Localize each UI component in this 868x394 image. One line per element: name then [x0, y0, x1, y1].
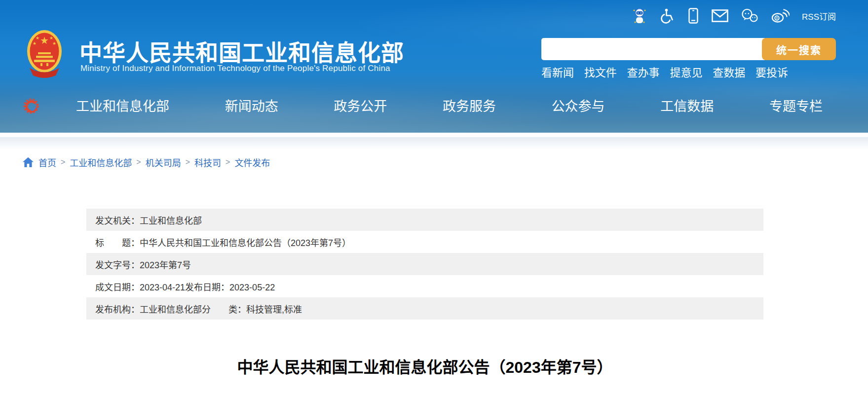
svg-text:★: ★ [52, 41, 56, 46]
breadcrumb-link[interactable]: 文件发布 [234, 156, 270, 169]
doc-meta-value: 工业和信息化部 [140, 302, 202, 315]
svg-text:★: ★ [33, 41, 37, 46]
accessibility-icon[interactable] [659, 8, 675, 24]
unified-search-button[interactable]: 统一搜索 [762, 38, 836, 60]
national-emblem-logo[interactable]: ★ ★ ★ ★ ★ [26, 29, 63, 79]
doc-meta-value: 科技管理,标准 [246, 302, 302, 315]
doc-meta-value: 2023-05-22 [229, 283, 275, 293]
doc-meta-value: 工业和信息化部 [140, 214, 202, 226]
doc-meta-cell: 发文字号： 2023年第7号 [95, 258, 191, 271]
svg-text:★: ★ [49, 36, 53, 40]
mascot-icon[interactable] [632, 7, 647, 24]
breadcrumb-link[interactable]: 工业和信息化部 [70, 156, 132, 169]
breadcrumb-item: 工业和信息化部 > [70, 156, 141, 169]
nav-item[interactable]: 工业和信息化部 [76, 99, 169, 114]
doc-meta-row: 发文机关： 工业和信息化部 [86, 209, 763, 231]
doc-meta-cell: 标 题： 中华人民共和国工业和信息化部公告（2023年第7号） [95, 236, 351, 249]
quick-links: 看新闻找文件查办事提意见查数据要投诉 [541, 64, 788, 79]
breadcrumb-link[interactable]: 首页 [38, 156, 56, 169]
nav-item[interactable]: 新闻动态 [225, 99, 278, 114]
breadcrumb-separator: > [226, 158, 230, 167]
quick-link[interactable]: 提意见 [670, 64, 702, 79]
doc-meta-value: 中华人民共和国工业和信息化部公告（2023年第7号） [140, 236, 351, 249]
search-input[interactable] [541, 38, 765, 60]
article-title: 中华人民共和国工业和信息化部公告（2023年第7号） [86, 357, 763, 378]
site-title-en: Ministry of Industry and Information Tec… [80, 64, 390, 73]
site-header: RSS订阅 ★ ★ ★ ★ ★ 中华人民共和国工业和信息化部 Ministry … [0, 0, 868, 133]
quick-link[interactable]: 查数据 [713, 64, 745, 79]
doc-meta-label: 发布日期： [185, 280, 229, 293]
doc-meta-cell: 发布机构： 工业和信息化部 [95, 302, 202, 315]
wechat-icon[interactable] [741, 8, 758, 23]
mobile-icon[interactable] [687, 8, 699, 24]
nav-item[interactable]: 政务服务 [443, 99, 496, 114]
doc-meta-cell: 发布日期： 2023-05-22 [185, 280, 275, 293]
topbar: RSS订阅 [632, 7, 836, 25]
breadcrumb-item: 首页 > [38, 156, 65, 169]
nav-item[interactable]: 公众参与 [552, 99, 605, 114]
document-meta-table: 发文机关： 工业和信息化部 标 题： 中华人民共和国工业和信息化部公告（2023… [86, 209, 763, 320]
rss-subscribe-link[interactable]: RSS订阅 [802, 10, 836, 22]
doc-meta-cell: 分 类： 科技管理,标准 [202, 302, 302, 315]
quick-link[interactable]: 要投诉 [755, 64, 788, 79]
quick-link[interactable]: 看新闻 [541, 64, 574, 79]
search-block: 统一搜索 [541, 38, 836, 60]
national-emblem-icon: ★ ★ ★ ★ ★ [26, 29, 63, 79]
doc-meta-label: 标 题： [95, 236, 140, 249]
doc-meta-cell: 成文日期： 2023-04-21 [95, 280, 185, 293]
doc-meta-row: 标 题： 中华人民共和国工业和信息化部公告（2023年第7号） [86, 231, 763, 253]
quick-link[interactable]: 找文件 [584, 64, 617, 79]
doc-meta-row: 发文字号： 2023年第7号 [86, 253, 763, 275]
doc-meta-row: 成文日期： 2023-04-21 发布日期： 2023-05-22 [86, 275, 763, 297]
header-shadow-band [0, 137, 868, 150]
page: RSS订阅 ★ ★ ★ ★ ★ 中华人民共和国工业和信息化部 Ministry … [0, 0, 868, 394]
svg-text:★: ★ [36, 36, 39, 40]
breadcrumb-separator: > [186, 158, 190, 167]
breadcrumb-link[interactable]: 科技司 [194, 156, 221, 169]
weibo-icon[interactable] [771, 8, 790, 23]
doc-meta-value: 2023-04-21 [140, 283, 185, 293]
breadcrumb-item: 科技司 > [194, 156, 230, 169]
breadcrumb-link[interactable]: 机关司局 [146, 156, 181, 169]
site-title-zh: 中华人民共和国工业和信息化部 [79, 35, 404, 67]
breadcrumb-separator: > [61, 158, 65, 167]
breadcrumb: 首页 > 工业和信息化部 > 机关司局 > 科技司 > 文件发布 > [22, 156, 270, 169]
mail-icon[interactable] [712, 9, 728, 22]
doc-meta-cell: 发文机关： 工业和信息化部 [95, 214, 202, 226]
breadcrumb-separator: > [136, 158, 141, 167]
doc-meta-row: 发布机构： 工业和信息化部 分 类： 科技管理,标准 [86, 297, 763, 320]
miit-swirl-logo-icon[interactable] [23, 97, 39, 115]
doc-meta-label: 分 类： [202, 302, 246, 315]
breadcrumb-item: 机关司局 > [146, 156, 190, 169]
doc-meta-label: 成文日期： [95, 280, 140, 293]
breadcrumb-trail: 首页 > 工业和信息化部 > 机关司局 > 科技司 > 文件发布 > [38, 156, 270, 169]
nav-item[interactable]: 工信数据 [660, 99, 714, 114]
quick-link[interactable]: 查办事 [627, 64, 660, 79]
doc-meta-value: 2023年第7号 [140, 258, 191, 271]
nav-item[interactable]: 政务公开 [334, 99, 387, 114]
main-nav: 工业和信息化部新闻动态政务公开政务服务公众参与工信数据专题专栏 [76, 99, 823, 114]
svg-text:★: ★ [40, 35, 49, 46]
home-icon[interactable] [22, 157, 34, 168]
doc-meta-label: 发布机构： [95, 302, 140, 315]
nav-item[interactable]: 专题专栏 [769, 99, 823, 114]
doc-meta-label: 发文字号： [95, 258, 140, 271]
doc-meta-label: 发文机关： [95, 214, 140, 226]
breadcrumb-item: 文件发布 > [234, 156, 270, 169]
